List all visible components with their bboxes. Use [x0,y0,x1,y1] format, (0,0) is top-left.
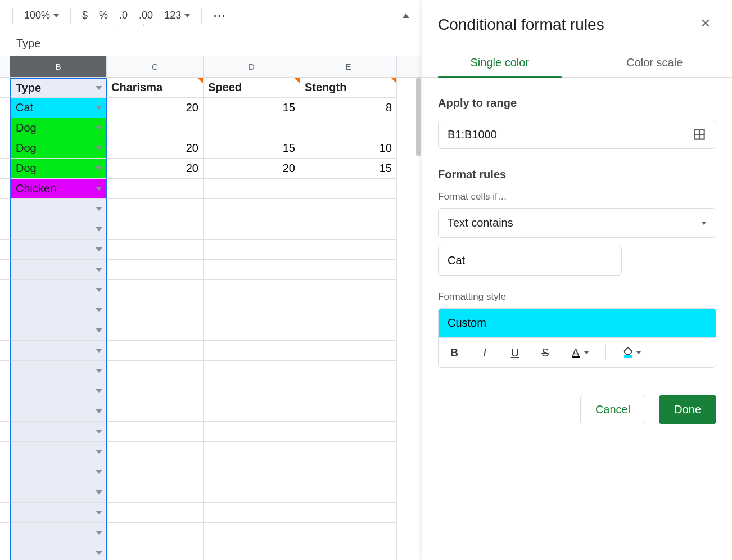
dropdown-icon[interactable] [96,389,102,393]
condition-text-input[interactable] [438,246,622,276]
cell-empty[interactable] [300,381,397,401]
cell-empty[interactable] [204,523,300,543]
cell-e[interactable] [300,179,397,199]
cell-C1[interactable]: Charisma [107,78,204,98]
cell-e[interactable]: 15 [300,159,397,179]
percent-format-button[interactable]: % [94,6,112,25]
cell-empty-b[interactable] [10,462,107,482]
cell-empty[interactable] [204,442,300,462]
dropdown-icon[interactable] [96,328,102,332]
dropdown-icon[interactable] [96,86,102,90]
cell-empty[interactable] [107,482,204,503]
cell-empty-b[interactable] [10,341,107,361]
style-preview[interactable]: Custom [438,308,716,337]
cell-e[interactable]: 8 [300,98,397,118]
formula-bar[interactable]: Type [0,31,422,56]
cell-empty[interactable] [204,320,300,341]
cell-type[interactable]: Chicken [10,179,107,199]
cell-empty[interactable] [107,300,204,320]
dropdown-icon[interactable] [96,430,102,433]
cell-empty[interactable] [204,482,300,503]
cell-d[interactable]: 20 [204,159,300,179]
cell-empty-b[interactable] [10,482,107,503]
cell-empty[interactable] [107,401,204,422]
dropdown-icon[interactable] [96,470,102,474]
dropdown-icon[interactable] [96,409,102,413]
cell-d[interactable]: 15 [204,98,300,118]
cell-empty-b[interactable] [10,240,107,260]
zoom-dropdown[interactable]: 100% [20,6,64,25]
currency-format-button[interactable]: $ [78,6,92,25]
cell-e[interactable]: 10 [300,138,397,159]
dropdown-icon[interactable] [96,369,102,373]
done-button[interactable]: Done [659,395,716,424]
cancel-button[interactable]: Cancel [580,395,645,424]
dropdown-icon[interactable] [96,490,102,494]
strikethrough-button[interactable]: S [535,342,555,363]
cell-d[interactable] [204,118,300,138]
dropdown-icon[interactable] [96,349,102,353]
cell-c[interactable]: 20 [107,98,204,118]
cell-empty[interactable] [204,341,300,361]
cell-empty-b[interactable] [10,523,107,543]
tab-single-color[interactable]: Single color [422,48,577,77]
cell-empty-b[interactable] [10,199,107,219]
cell-empty-b[interactable] [10,280,107,300]
cell-empty-b[interactable] [10,401,107,422]
cell-empty-b[interactable] [10,503,107,523]
cell-empty[interactable] [107,503,204,523]
cell-empty[interactable] [107,442,204,462]
cell-empty[interactable] [300,422,397,442]
cell-empty[interactable] [204,422,300,442]
cell-empty[interactable] [107,422,204,442]
cell-empty[interactable] [300,361,397,381]
cell-empty[interactable] [107,523,204,543]
cell-empty[interactable] [300,401,397,422]
decrease-decimal-button[interactable]: .0 [115,6,132,25]
cell-empty[interactable] [204,280,300,300]
cell-empty[interactable] [300,442,397,462]
cell-empty[interactable] [300,503,397,523]
increase-decimal-button[interactable]: .00 [134,6,157,25]
toolbar-overflow-button[interactable]: ⋯ [209,6,231,25]
cell-c[interactable] [107,179,204,199]
cell-empty[interactable] [204,219,300,240]
cell-empty[interactable] [107,280,204,300]
cell-empty[interactable] [204,300,300,320]
cell-empty-b[interactable] [10,219,107,240]
dropdown-icon[interactable] [96,166,102,170]
column-header-C[interactable]: C [107,56,204,77]
cell-empty[interactable] [107,219,204,240]
spreadsheet-grid[interactable]: TypeCharismaSpeedStengthCat20158DogDog20… [0,78,422,560]
cell-empty[interactable] [300,280,397,300]
dropdown-icon[interactable] [96,531,102,535]
dropdown-icon[interactable] [96,511,102,514]
cell-empty[interactable] [300,219,397,240]
cell-empty[interactable] [107,543,204,560]
cell-empty[interactable] [300,320,397,341]
cell-empty[interactable] [107,320,204,341]
column-header-B[interactable]: B [10,56,107,77]
range-input[interactable]: B1:B1000 [438,120,716,149]
cell-empty[interactable] [300,482,397,503]
cell-d[interactable]: 15 [204,138,300,159]
cell-empty-b[interactable] [10,442,107,462]
cell-d[interactable] [204,179,300,199]
cell-empty[interactable] [107,199,204,219]
toolbar-collapse-button[interactable] [398,6,414,25]
dropdown-icon[interactable] [96,187,102,191]
cell-empty-b[interactable] [10,300,107,320]
cell-empty[interactable] [107,260,204,280]
dropdown-icon[interactable] [96,126,102,130]
cell-empty[interactable] [300,199,397,219]
dropdown-icon[interactable] [96,268,102,272]
condition-dropdown[interactable]: Text contains [438,208,716,238]
dropdown-icon[interactable] [96,288,102,292]
cell-empty-b[interactable] [10,361,107,381]
cell-empty-b[interactable] [10,422,107,442]
cell-c[interactable]: 20 [107,159,204,179]
cell-empty[interactable] [300,543,397,560]
cell-c[interactable]: 20 [107,138,204,159]
scrollbar[interactable] [416,78,421,156]
cell-empty[interactable] [107,240,204,260]
